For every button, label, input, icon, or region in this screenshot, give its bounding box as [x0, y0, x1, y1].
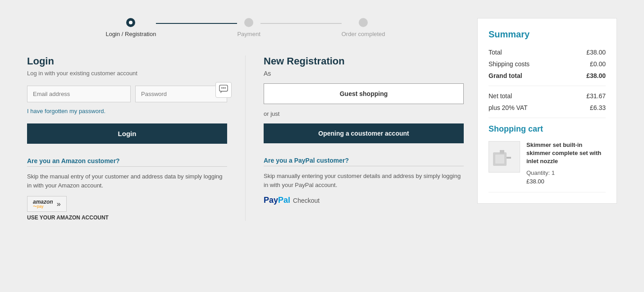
svg-point-3 [221, 87, 223, 89]
summary-net-row: Net total £31.67 [489, 92, 606, 100]
amazon-divider [27, 166, 227, 167]
login-section: Login Log in with your existing customer… [27, 55, 246, 221]
cart-divider [489, 192, 606, 192]
summary-divider [489, 86, 606, 86]
paypal-logo: PayPal [264, 196, 290, 205]
summary-divider-2 [489, 118, 606, 118]
summary-sidebar: Summary Total £38.00 Shipping costs £0.0… [477, 18, 617, 204]
paypal-section: Are you a PayPal customer? Skip manually… [264, 157, 464, 205]
registration-heading: New Registration [264, 55, 464, 67]
amazon-section: Are you an Amazon customer? Skip the man… [27, 157, 227, 221]
net-value: £31.67 [586, 92, 606, 100]
password-wrapper [135, 86, 227, 102]
forgot-password-link[interactable]: I have forgotten my password. [27, 108, 227, 114]
svg-rect-9 [500, 150, 504, 154]
step-3: Order completed [342, 18, 385, 37]
svg-point-5 [224, 87, 226, 89]
registration-section: New Registration As Guest shopping or ju… [246, 55, 464, 221]
paypal-checkout-button[interactable]: PayPal Checkout [264, 196, 320, 205]
step-2: Payment [237, 18, 260, 37]
cart-item-details: Skimmer set built-in skimmer complete se… [526, 141, 606, 185]
summary-title: Summary [489, 29, 606, 40]
vat-label: plus 20% VAT [489, 104, 528, 111]
amazon-pay-button[interactable]: amazon 〜pay » [27, 196, 67, 212]
cart-item-quantity: Quantity: 1 [526, 169, 606, 176]
amazon-account-label: USE YOUR AMAZON ACCOUNT [27, 214, 227, 221]
svg-point-4 [223, 87, 224, 89]
step-3-label: Order completed [342, 31, 385, 37]
amazon-pay-logo: amazon 〜pay [33, 199, 53, 209]
password-field[interactable] [135, 86, 227, 102]
or-just-text: or just [264, 110, 464, 117]
paypal-heading: Are you a PayPal customer? [264, 157, 464, 164]
paypal-logo-blue: Pay [264, 196, 278, 205]
checkout-progress: Login / Registration Payment Order compl… [27, 18, 464, 37]
step-1-label: Login / Registration [105, 31, 156, 37]
paypal-divider [264, 166, 464, 166]
summary-grand-total-row: Grand total £38.00 [489, 72, 606, 79]
amazon-heading: Are you an Amazon customer? [27, 157, 227, 164]
create-account-button[interactable]: Opening a coustomer account [264, 123, 464, 143]
registration-as: As [264, 70, 464, 77]
cart-item-name: Skimmer set built-in skimmer complete se… [526, 141, 606, 166]
grand-total-label: Grand total [489, 72, 522, 79]
total-value: £38.00 [586, 49, 606, 56]
cart-item-image [489, 141, 520, 173]
summary-shipping-row: Shipping costs £0.00 [489, 60, 606, 68]
step-1: Login / Registration [105, 18, 156, 37]
step-1-circle [126, 18, 135, 27]
amazon-desc: Skip the manual entry of your customer a… [27, 172, 227, 190]
amazon-smile-icon: 〜pay [33, 205, 44, 209]
summary-vat-row: plus 20% VAT £6.33 [489, 104, 606, 111]
cart-title: Shopping cart [489, 124, 606, 134]
total-label: Total [489, 49, 502, 56]
cart-item: Skimmer set built-in skimmer complete se… [489, 141, 606, 185]
shipping-value: £0.00 [590, 60, 606, 68]
step-line-2 [260, 23, 342, 24]
login-form-row [27, 86, 227, 102]
guest-shopping-button[interactable]: Guest shopping [264, 83, 464, 104]
vat-value: £6.33 [590, 104, 606, 111]
cart-item-price: £38.00 [526, 178, 606, 185]
step-3-circle [359, 18, 368, 27]
step-2-label: Payment [237, 31, 260, 37]
svg-rect-7 [495, 155, 504, 164]
amazon-arrows-icon: » [57, 200, 61, 208]
login-button[interactable]: Login [27, 123, 227, 144]
grand-total-value: £38.00 [586, 72, 606, 79]
login-subtitle: Log in with your existing customer accou… [27, 70, 227, 77]
chatbot-icon[interactable] [215, 82, 232, 98]
svg-rect-8 [507, 157, 511, 159]
net-label: Net total [489, 92, 512, 100]
summary-total-row: Total £38.00 [489, 49, 606, 56]
shipping-label: Shipping costs [489, 60, 530, 68]
paypal-desc: Skip manually entering your customer det… [264, 172, 464, 189]
login-heading: Login [27, 55, 227, 67]
paypal-checkout-text: Checkout [293, 197, 320, 204]
paypal-logo-light: Pal [278, 196, 290, 205]
email-field[interactable] [27, 86, 131, 102]
step-line-1 [156, 23, 237, 24]
step-2-circle [244, 18, 253, 27]
